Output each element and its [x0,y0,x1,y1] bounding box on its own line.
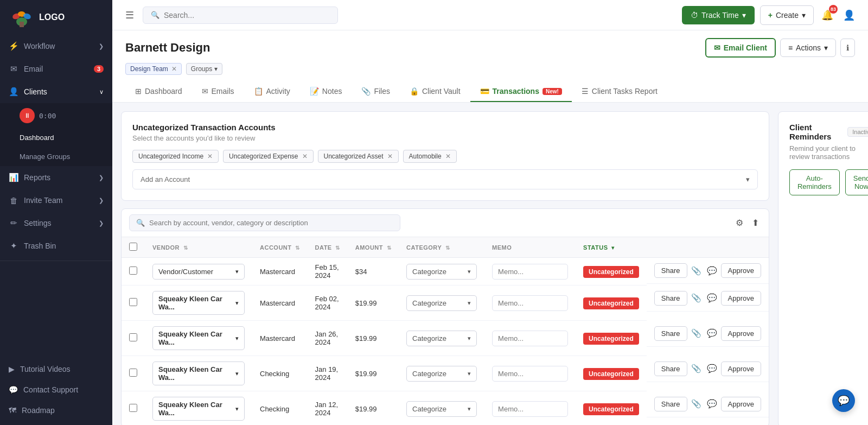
remove-account-button[interactable]: ✕ [207,153,213,160]
tab-client-tasks-report[interactable]: ☰ Client Tasks Report [572,81,667,102]
row-checkbox-cell [122,258,145,286]
hamburger-button[interactable]: ☰ [123,7,136,23]
approve-button[interactable]: Approve [721,397,761,411]
sidebar-item-settings[interactable]: ✏ Settings ❯ [0,212,112,234]
comment-icon-button[interactable]: 💬 [705,362,719,375]
share-button[interactable]: Share [654,326,687,341]
sidebar-item-trash-bin[interactable]: ✦ Trash Bin [0,234,112,257]
memo-input[interactable] [492,331,568,346]
row-checkbox[interactable] [129,369,137,377]
sidebar-item-roadmap[interactable]: 🗺 Roadmap [0,400,112,421]
share-button[interactable]: Share [654,397,687,411]
memo-input[interactable] [492,401,568,417]
sidebar-item-clients[interactable]: 👤 Clients ∨ [0,80,112,103]
vendor-select[interactable]: Squeaky Kleen Car Wa... ▾ [152,326,245,350]
vendor-select[interactable]: Vendor/Customer ▾ [152,264,245,280]
envelope-icon: ✉ [714,43,720,52]
tab-emails[interactable]: ✉ Emails [192,81,244,102]
categorize-select[interactable]: Categorize ▾ [406,264,477,280]
table-search-input[interactable] [149,219,393,227]
search-input[interactable] [164,11,330,20]
user-avatar-button[interactable]: 👤 [841,7,857,23]
memo-input[interactable] [492,366,568,382]
main-content: ☰ 🔍 ⏱ Track Time ▾ + Create ▾ 🔔 83 👤 [112,0,868,425]
transactions-table: VENDOR ⇅ ACCOUNT ⇅ DATE ⇅ [122,237,769,425]
attachment-icon-button[interactable]: 📎 [690,327,703,340]
share-button[interactable]: Share [654,361,687,376]
row-checkbox[interactable] [129,267,137,275]
add-account-button[interactable]: Add an Account ▾ [132,169,758,189]
sidebar-item-workflow[interactable]: ⚡ Workflow ❯ [0,35,112,58]
row-checkbox[interactable] [129,333,137,341]
share-button[interactable]: Share [654,263,687,278]
email-client-button[interactable]: ✉ Email Client [705,38,776,58]
info-button[interactable]: ℹ [840,39,855,57]
auto-reminders-button[interactable]: Auto-Reminders [789,169,840,195]
attachment-icon-button[interactable]: 📎 [690,264,703,277]
categorize-select[interactable]: Categorize ▾ [406,331,477,346]
sidebar-sub-item-dashboard[interactable]: ⏸ 0:00 [0,103,112,128]
account-sort-icon[interactable]: ⇅ [295,245,300,251]
comment-icon-button[interactable]: 💬 [705,327,719,340]
sidebar-sub-item-manage-groups[interactable]: Manage Groups [0,147,112,166]
date-sort-icon[interactable]: ⇅ [335,245,340,251]
share-button[interactable]: Share [654,291,687,306]
remove-account-button[interactable]: ✕ [302,153,308,160]
categorize-select[interactable]: Categorize ▾ [406,366,477,382]
settings-icon-button[interactable]: ⚙ [733,215,745,230]
sidebar-item-tutorial[interactable]: ▶ Tutorial Videos [0,359,112,379]
attachment-icon-button[interactable]: 📎 [690,291,703,305]
approve-button[interactable]: Approve [721,291,761,306]
category-sort-icon[interactable]: ⇅ [445,245,450,251]
track-time-button[interactable]: ⏱ Track Time ▾ [682,6,755,24]
status-label: STATUS [583,244,608,251]
dashboard-indicator: ⏸ [20,108,35,123]
amount-sort-icon[interactable]: ⇅ [387,245,392,251]
vendor-select[interactable]: Squeaky Kleen Car Wa... ▾ [152,397,245,421]
sidebar-item-reports[interactable]: 📊 Reports ❯ [0,166,112,189]
approve-button[interactable]: Approve [721,263,761,278]
upload-icon-button[interactable]: ⬆ [750,215,761,230]
row-checkbox[interactable] [129,404,137,412]
remove-design-team-button[interactable]: ✕ [171,65,177,73]
remove-account-button[interactable]: ✕ [445,153,451,160]
memo-label: MEMO [492,244,512,251]
actions-button[interactable]: ≡ Actions ▾ [780,39,836,57]
sidebar-item-contact-support[interactable]: 💬 Contact Support [0,379,112,400]
create-button[interactable]: + Create ▾ [760,5,814,25]
remove-account-button[interactable]: ✕ [387,153,393,160]
comment-icon-button[interactable]: 💬 [705,291,719,305]
select-all-checkbox[interactable] [129,243,137,251]
tab-notes[interactable]: 📝 Notes [300,81,352,102]
categorize-select[interactable]: Categorize ▾ [406,401,477,417]
memo-input[interactable] [492,264,568,280]
comment-icon-button[interactable]: 💬 [705,397,719,410]
comment-icon-button[interactable]: 💬 [705,264,719,277]
account-cell: Mastercard [252,258,308,286]
row-checkbox[interactable] [129,298,137,306]
notification-button[interactable]: 🔔 83 [819,7,835,23]
attachment-icon-button[interactable]: 📎 [690,362,703,375]
approve-button[interactable]: Approve [721,326,761,341]
vendor-select[interactable]: Squeaky Kleen Car Wa... ▾ [152,361,245,385]
tab-dashboard[interactable]: ⊞ Dashboard [125,81,192,102]
vendor-sort-icon[interactable]: ⇅ [183,245,188,251]
send-now-button[interactable]: Send Now [845,169,868,195]
groups-tag[interactable]: Groups ▾ [186,63,222,75]
sidebar-sub-item-dashboard-label[interactable]: Dashboard [0,128,112,147]
tab-activity[interactable]: 📋 Activity [244,81,300,102]
chevron-down-icon: ▾ [468,370,471,377]
memo-input[interactable] [492,295,568,311]
float-chat-button[interactable]: 💬 [832,389,855,412]
status-sort-icon[interactable]: ▾ [611,245,615,251]
sidebar-item-email[interactable]: ✉ Email 3 [0,58,112,80]
account-tag-automobile: Automobile ✕ [403,150,457,163]
vendor-select[interactable]: Squeaky Kleen Car Wa... ▾ [152,291,245,315]
approve-button[interactable]: Approve [721,361,761,376]
tab-client-vault[interactable]: 🔒 Client Vault [400,81,470,102]
tab-transactions[interactable]: 💳 Transactions New! [470,81,572,102]
tab-files[interactable]: 📎 Files [352,81,400,102]
sidebar-item-invite-team[interactable]: 🗑 Invite Team ❯ [0,189,112,212]
attachment-icon-button[interactable]: 📎 [690,397,703,410]
categorize-select[interactable]: Categorize ▾ [406,295,477,311]
